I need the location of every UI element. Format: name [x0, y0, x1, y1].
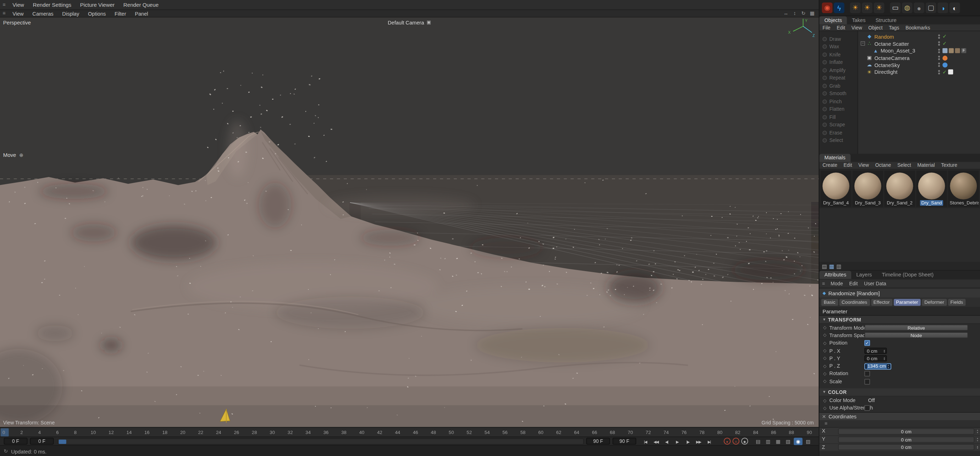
octane-logo-icon[interactable]: ϟ [834, 3, 845, 13]
param-tab-deformer[interactable]: Deformer [922, 299, 947, 306]
object-row-octanecamera[interactable]: ▣OctaneCamera [858, 54, 980, 61]
spin-down-icon[interactable]: ▾ [977, 432, 978, 434]
texture-tag-icon[interactable] [949, 48, 954, 53]
attributes-hamburger-icon[interactable]: ≡ [819, 281, 827, 286]
object-row-random[interactable]: ◆Random✓ [858, 33, 980, 40]
key-position-icon[interactable]: ▤ [754, 438, 762, 445]
next-frame-button[interactable]: |▶ [682, 438, 693, 445]
texture-tag-icon[interactable] [955, 48, 960, 53]
param-tab-coordinates[interactable]: Coordinates [839, 299, 870, 306]
timeline-tick[interactable]: 58 [520, 430, 526, 435]
materials-menu-view[interactable]: View [855, 163, 872, 168]
materials-menu-material[interactable]: Material [914, 163, 938, 168]
viewport-menu-view[interactable]: View [8, 10, 28, 17]
timeline-tick[interactable]: 18 [162, 430, 167, 435]
timeline-tick[interactable]: 16 [144, 430, 150, 435]
attr-menu-user-data[interactable]: User Data [861, 281, 889, 286]
play-button[interactable]: ▶ [672, 438, 682, 445]
viewport-camera-label-wrap[interactable]: Default Camera ▣ [0, 19, 819, 26]
spinner-arrows-icon[interactable]: ▴▾ [888, 364, 889, 368]
octane-arealight-icon[interactable]: ▭ [890, 3, 900, 13]
materials-menu-create[interactable]: Create [819, 163, 840, 168]
spinner-arrows-icon[interactable]: ▴▾ [977, 445, 978, 450]
object-row-moon-asset-3[interactable]: ▲Moon_Asset_3F [858, 47, 980, 54]
timeline-tick[interactable]: 72 [646, 430, 651, 435]
visibility-dots-icon[interactable] [938, 70, 940, 74]
octane-hdri-icon[interactable]: ☀ [873, 3, 884, 13]
timeline-tick[interactable]: 88 [789, 430, 794, 435]
use-alpha-strength-checkbox[interactable] [864, 405, 870, 411]
timeline-tick[interactable]: 48 [431, 430, 436, 435]
spin-down-icon[interactable]: ▾ [977, 448, 978, 450]
viewport-menu-cameras[interactable]: Cameras [28, 10, 58, 17]
attr-menu-edit[interactable]: Edit [846, 281, 861, 286]
viewport-menu-options[interactable]: Options [84, 10, 110, 17]
spin-down-icon[interactable]: ▾ [888, 366, 889, 368]
timeline-tick[interactable]: 12 [108, 430, 114, 435]
viewport-menu-filter[interactable]: Filter [110, 10, 130, 17]
octane-material-icon[interactable]: ◑ [937, 3, 948, 13]
timeline-tick[interactable]: 60 [538, 430, 543, 435]
spin-down-icon[interactable]: ▾ [884, 359, 885, 360]
p-x-field[interactable]: 0 cm▴▾ [864, 348, 887, 354]
spin-down-icon[interactable]: ▾ [977, 439, 978, 442]
next-key-button[interactable]: ▶▶ [693, 438, 704, 445]
viewport-rotate-icon[interactable]: ↻ [800, 11, 807, 16]
viewport-toggle-icon[interactable]: ▦ [809, 11, 815, 16]
octane-mix-material-icon[interactable]: ◐ [950, 3, 960, 13]
power-slider[interactable] [57, 438, 584, 445]
menu-hamburger-icon[interactable]: ≡ [0, 2, 8, 8]
current-frame-field[interactable]: 0 F [4, 438, 28, 444]
param-tab-fields[interactable]: Fields [948, 299, 966, 306]
timeline-tick[interactable]: 38 [341, 430, 347, 435]
autokey-active-icon[interactable]: ◉ [794, 438, 803, 445]
timeline-tick[interactable]: 36 [323, 430, 329, 435]
timeline-tick[interactable]: 44 [395, 430, 401, 435]
viewport-canvas[interactable]: Y X Z [0, 18, 819, 427]
object-row-octane-scatter[interactable]: −∴Octane Scatter✓ [858, 40, 980, 47]
coordinate-x-field[interactable]: 0 cm [838, 428, 974, 435]
octane-targetted-light-icon[interactable]: ● [914, 3, 924, 13]
timeline-tick[interactable]: 64 [574, 430, 579, 435]
layout-rows-icon[interactable]: ▤ [822, 263, 827, 269]
max-frame-field[interactable]: 90 F [612, 438, 636, 444]
timeline-tick[interactable]: 2 [20, 430, 23, 435]
timeline-tick[interactable]: 86 [771, 430, 776, 435]
start-frame-field[interactable]: 0 F [30, 438, 54, 444]
p-z-field[interactable]: 1345 cm▴▾ [864, 363, 891, 370]
timeline-tick[interactable]: 50 [449, 430, 454, 435]
power-slider-handle[interactable] [59, 440, 66, 444]
timeline-tick[interactable]: 52 [467, 430, 472, 435]
tab-timeline-dope-sheet[interactable]: Timeline (Dope Sheet) [877, 271, 939, 279]
timeline-tick[interactable]: 26 [234, 430, 239, 435]
coordinate-z-field[interactable]: 0 cm [838, 444, 974, 451]
timeline-tick[interactable]: 90 [807, 430, 812, 435]
goto-end-button[interactable]: ▶| [704, 438, 714, 445]
coordinates-panel-header[interactable]: ✕ Coordinates [819, 412, 980, 420]
timeline-tick[interactable]: 56 [502, 430, 508, 435]
menu-render-queue[interactable]: Render Queue [119, 2, 163, 8]
enabled-check-icon[interactable]: ✓ [942, 69, 947, 75]
attr-menu-mode[interactable]: Mode [827, 281, 846, 286]
om-menu-tags[interactable]: Tags [886, 25, 902, 30]
octane-sun-icon[interactable]: ☀ [850, 3, 861, 13]
tab-materials[interactable]: Materials [819, 154, 851, 162]
timeline-tick[interactable]: 4 [38, 430, 41, 435]
octane-ies-light-icon[interactable]: ◍ [902, 3, 913, 13]
materials-menu-select[interactable]: Select [894, 163, 914, 168]
timeline-tick[interactable]: 76 [681, 430, 687, 435]
visibility-dots-icon[interactable] [938, 63, 940, 67]
expander-icon[interactable]: − [861, 41, 865, 46]
spin-down-icon[interactable]: ▾ [884, 351, 885, 353]
timeline-tick[interactable]: 70 [628, 430, 633, 435]
timeline-tick[interactable]: 74 [663, 430, 669, 435]
tab-objects[interactable]: Objects [819, 16, 847, 24]
tab-layers[interactable]: Layers [851, 271, 877, 279]
spinner-arrows-icon[interactable]: ▴▾ [884, 349, 885, 353]
prev-key-button[interactable]: ◀◀ [651, 438, 661, 445]
timeline-tick[interactable]: 28 [252, 430, 257, 435]
tab-attributes[interactable]: Attributes [819, 271, 851, 279]
section-header-transform[interactable]: ▾TRANSFORM [819, 316, 980, 324]
viewport-3d[interactable]: Y X Z Perspective Default Camera ▣ Move … [0, 18, 819, 427]
param-tab-basic[interactable]: Basic [821, 299, 838, 306]
